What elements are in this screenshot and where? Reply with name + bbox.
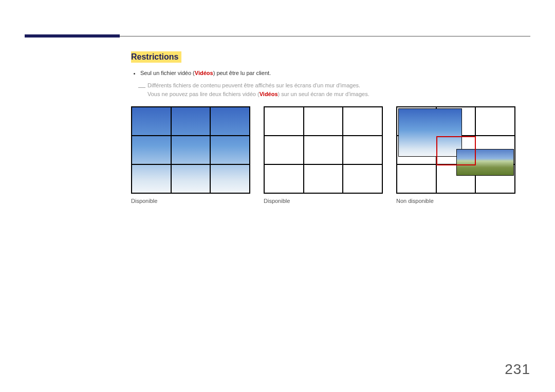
- wall-example-3: Non disponible: [396, 106, 515, 204]
- page-number: 231: [505, 361, 530, 378]
- videos-keyword: Vidéos: [195, 70, 213, 76]
- header-accent-bar: [25, 34, 120, 38]
- note-block: Différents fichiers de contenu peuvent ê…: [147, 81, 466, 99]
- content-area: Restrictions Seul un fichier vidéo (Vidé…: [131, 51, 530, 204]
- bullet-text-pre: Seul un fichier vidéo (: [140, 70, 195, 76]
- document-page: Restrictions Seul un fichier vidéo (Vidé…: [0, 0, 555, 392]
- note-line-2-pre: Vous ne pouvez pas lire deux fichiers vi…: [147, 91, 260, 97]
- caption-2: Disponible: [264, 198, 383, 204]
- note-line-2-post: ) sur un seul écran de mur d'images.: [278, 91, 369, 97]
- wall-example-2: Disponible: [264, 106, 383, 204]
- restrictions-list: Seul un fichier vidéo (Vidéos) peut être…: [131, 69, 530, 78]
- note-line-1: Différents fichiers de contenu peuvent ê…: [147, 82, 360, 88]
- wall-example-1: Disponible: [131, 106, 250, 204]
- wall-grid-2: [264, 106, 383, 194]
- wall-grid-3: [396, 106, 515, 194]
- videos-keyword: Vidéos: [260, 91, 278, 97]
- grid-overlay: [397, 107, 515, 193]
- bullet-text-post: ) peut être lu par client.: [213, 70, 271, 76]
- section-title: Restrictions: [131, 51, 181, 63]
- caption-1: Disponible: [131, 198, 250, 204]
- list-item: Seul un fichier vidéo (Vidéos) peut être…: [140, 69, 530, 78]
- video-wall-examples: Disponible Disponible: [131, 106, 530, 204]
- grid-overlay: [132, 107, 250, 193]
- wall-grid-1: [131, 106, 250, 194]
- caption-3: Non disponible: [396, 198, 515, 204]
- grid-overlay: [264, 107, 382, 193]
